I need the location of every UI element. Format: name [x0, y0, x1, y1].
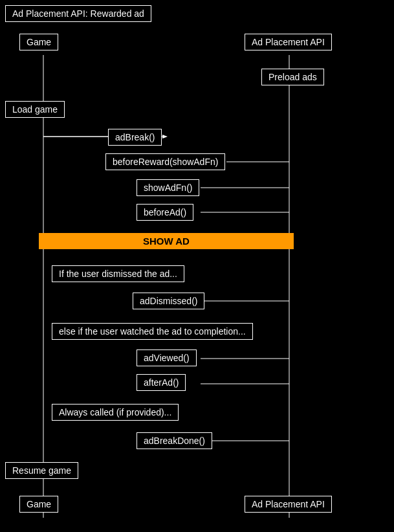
show-ad-box: SHOW AD — [39, 233, 294, 249]
ad-placement-api-bottom-label: Ad Placement API — [252, 499, 325, 509]
after-ad-box: afterAd() — [137, 374, 186, 391]
show-ad-fn-label: showAdFn() — [144, 183, 192, 193]
show-ad-label: SHOW AD — [143, 236, 190, 247]
diagram-container: Ad Placement API: Rewarded ad Game Ad Pl… — [0, 0, 394, 532]
ad-placement-api-top-box: Ad Placement API — [245, 34, 332, 50]
always-called-label: Always called (if provided)... — [59, 407, 171, 417]
ad-break-done-label: adBreakDone() — [144, 436, 205, 446]
preload-ads-box: Preload ads — [261, 69, 324, 85]
adbreak-label: adBreak() — [115, 132, 155, 142]
before-reward-label: beforeReward(showAdFn) — [113, 157, 218, 167]
load-game-box: Load game — [5, 101, 65, 118]
always-called-box: Always called (if provided)... — [52, 404, 179, 421]
resume-game-box: Resume game — [5, 462, 78, 479]
preload-ads-label: Preload ads — [268, 72, 317, 82]
ad-break-done-box: adBreakDone() — [137, 432, 212, 449]
ad-dismissed-box: adDismissed() — [133, 293, 204, 309]
before-reward-box: beforeReward(showAdFn) — [105, 153, 225, 170]
ad-placement-api-bottom-box: Ad Placement API — [245, 496, 332, 513]
ad-placement-api-top-label: Ad Placement API — [252, 37, 325, 47]
ad-dismissed-label: adDismissed() — [140, 296, 197, 306]
show-ad-fn-box: showAdFn() — [137, 179, 199, 196]
title-box: Ad Placement API: Rewarded ad — [5, 5, 151, 22]
before-ad-label: beforeAd() — [144, 207, 186, 217]
ad-viewed-label: adViewed() — [144, 353, 190, 363]
title-text: Ad Placement API: Rewarded ad — [12, 8, 144, 19]
adbreak-box: adBreak() — [108, 129, 162, 146]
after-ad-label: afterAd() — [144, 377, 179, 388]
else-watched-label: else if the user watched the ad to compl… — [59, 326, 246, 337]
before-ad-box: beforeAd() — [137, 204, 193, 221]
game-top-label: Game — [27, 37, 51, 47]
resume-game-label: Resume game — [12, 465, 71, 476]
game-bottom-label: Game — [27, 499, 51, 509]
load-game-label: Load game — [12, 104, 58, 115]
ad-viewed-box: adViewed() — [137, 349, 197, 366]
else-watched-box: else if the user watched the ad to compl… — [52, 323, 253, 340]
if-dismissed-label: If the user dismissed the ad... — [59, 269, 177, 279]
game-bottom-box: Game — [19, 496, 58, 513]
if-dismissed-box: If the user dismissed the ad... — [52, 265, 184, 282]
game-top-box: Game — [19, 34, 58, 50]
